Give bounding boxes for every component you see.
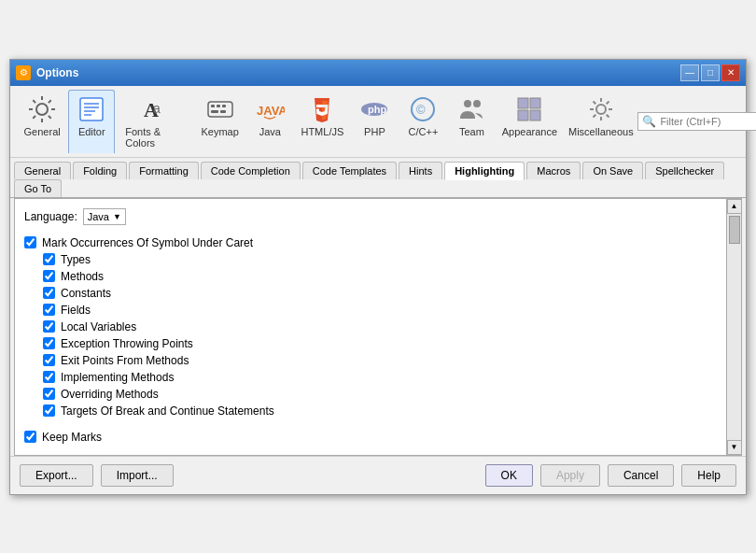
tab-goto[interactable]: Go To	[14, 179, 62, 197]
toolbar-label-editor: Editor	[78, 126, 105, 137]
local-variables-checkbox[interactable]	[43, 320, 55, 333]
tab-general[interactable]: General	[14, 162, 71, 179]
svg-rect-9	[211, 105, 215, 107]
misc-icon	[586, 94, 616, 124]
toolbar-label-appearance: Appearance	[502, 126, 557, 137]
svg-point-29	[596, 105, 606, 114]
types-label[interactable]: Types	[61, 253, 91, 266]
tab-spellchecker[interactable]: Spellchecker	[645, 162, 724, 179]
svg-rect-12	[211, 110, 218, 113]
toolbar: General Editor Aa Fonts & Colors	[18, 90, 637, 153]
tab-code-templates[interactable]: Code Templates	[302, 162, 397, 179]
toolbar-label-php: PHP	[364, 126, 385, 137]
toolbar-item-htmljs[interactable]: HTML/JS	[295, 90, 349, 153]
fonts-icon: Aa	[140, 94, 170, 124]
options-window: ⚙ Options — □ ✕ General Editor	[9, 59, 747, 495]
scroll-track	[727, 214, 741, 440]
tab-macros[interactable]: Macros	[526, 162, 581, 179]
svg-rect-26	[530, 98, 540, 108]
close-button[interactable]: ✕	[721, 64, 740, 81]
svg-point-23	[464, 100, 471, 107]
toolbar-item-keymap[interactable]: Keymap	[195, 90, 245, 153]
fields-item: Fields	[24, 302, 717, 319]
language-select[interactable]: Java ▼	[83, 208, 126, 225]
local-variables-label[interactable]: Local Variables	[61, 320, 136, 333]
keep-marks-checkbox[interactable]	[24, 431, 36, 443]
tab-folding[interactable]: Folding	[73, 162, 127, 179]
toolbar-item-java[interactable]: JAVA Java	[246, 90, 293, 153]
apply-button[interactable]: Apply	[540, 464, 600, 487]
search-icon: 🔍	[642, 115, 656, 128]
svg-text:JAVA: JAVA	[257, 104, 285, 118]
search-input[interactable]	[660, 116, 756, 127]
editor-icon	[77, 94, 106, 124]
scroll-down-button[interactable]: ▼	[727, 440, 742, 455]
svg-text:©: ©	[416, 103, 426, 117]
exit-points-label[interactable]: Exit Points From Methods	[61, 354, 189, 367]
tab-code-completion[interactable]: Code Completion	[201, 162, 301, 179]
svg-rect-10	[217, 105, 220, 107]
methods-checkbox[interactable]	[43, 270, 55, 282]
exit-points-checkbox[interactable]	[43, 354, 55, 366]
help-button[interactable]: Help	[681, 464, 736, 487]
general-icon	[27, 94, 57, 124]
language-row: Language: Java ▼	[24, 208, 717, 225]
tab-formatting[interactable]: Formatting	[129, 162, 199, 179]
exception-throwing-checkbox[interactable]	[43, 337, 55, 349]
mark-occurrences-label[interactable]: Mark Occurrences Of Symbol Under Caret	[42, 236, 253, 249]
constants-label[interactable]: Constants	[61, 287, 111, 300]
toolbar-item-php[interactable]: php PHP	[351, 90, 398, 153]
methods-label[interactable]: Methods	[61, 270, 104, 283]
toolbar-item-general[interactable]: General	[18, 90, 66, 153]
targets-break-label[interactable]: Targets Of Break and Continue Statements	[61, 404, 274, 418]
section-divider	[24, 419, 717, 429]
overriding-methods-label[interactable]: Overriding Methods	[61, 388, 159, 401]
ok-button[interactable]: OK	[485, 464, 533, 487]
toolbar-item-team[interactable]: Team	[448, 90, 495, 153]
import-button[interactable]: Import...	[101, 464, 174, 487]
fields-checkbox[interactable]	[43, 304, 55, 316]
mark-occurrences-checkbox[interactable]	[24, 236, 36, 248]
tab-hints[interactable]: Hints	[399, 162, 442, 179]
exception-throwing-label[interactable]: Exception Throwing Points	[61, 337, 193, 350]
toolbar-item-fonts[interactable]: Aa Fonts & Colors	[117, 90, 193, 153]
exception-throwing-item: Exception Throwing Points	[24, 335, 717, 352]
scroll-thumb[interactable]	[729, 216, 740, 244]
toolbar-item-appearance[interactable]: Appearance	[497, 90, 562, 153]
cpp-icon: ©	[408, 94, 438, 124]
bottom-right-buttons: OK Apply Cancel Help	[485, 464, 736, 487]
tab-highlighting[interactable]: Highlighting	[444, 162, 525, 180]
overriding-methods-checkbox[interactable]	[43, 388, 55, 400]
implementing-methods-checkbox[interactable]	[43, 371, 55, 383]
keep-marks-label[interactable]: Keep Marks	[42, 431, 102, 444]
svg-rect-8	[208, 102, 232, 117]
toolbar-label-team: Team	[459, 126, 484, 137]
local-variables-item: Local Variables	[24, 319, 717, 335]
title-bar-left: ⚙ Options	[16, 65, 78, 80]
exit-points-item: Exit Points From Methods	[24, 352, 717, 369]
language-dropdown-arrow: ▼	[113, 212, 121, 221]
search-box[interactable]: 🔍	[637, 112, 756, 131]
keep-marks-item: Keep Marks	[24, 429, 717, 446]
svg-text:php: php	[368, 104, 386, 115]
toolbar-item-misc[interactable]: Miscellaneous	[564, 90, 637, 153]
fields-label[interactable]: Fields	[61, 304, 91, 317]
svg-rect-11	[222, 105, 226, 107]
tab-on-save[interactable]: On Save	[582, 162, 643, 179]
targets-break-checkbox[interactable]	[43, 404, 55, 417]
svg-rect-13	[220, 110, 226, 113]
scroll-area: Language: Java ▼ Mark Occurrences Of Sym…	[14, 198, 727, 456]
scroll-up-button[interactable]: ▲	[727, 199, 742, 214]
minimize-button[interactable]: —	[680, 64, 699, 81]
export-button[interactable]: Export...	[20, 464, 93, 487]
types-checkbox[interactable]	[43, 253, 55, 265]
scrollbar[interactable]: ▲ ▼	[727, 198, 742, 456]
toolbar-item-editor[interactable]: Editor	[68, 90, 115, 153]
toolbar-item-cpp[interactable]: © C/C++	[399, 90, 446, 153]
language-label: Language:	[24, 210, 77, 223]
maximize-button[interactable]: □	[701, 64, 720, 81]
cancel-button[interactable]: Cancel	[608, 464, 674, 487]
svg-rect-27	[518, 110, 528, 121]
implementing-methods-label[interactable]: Implementing Methods	[61, 371, 174, 384]
constants-checkbox[interactable]	[43, 287, 55, 299]
